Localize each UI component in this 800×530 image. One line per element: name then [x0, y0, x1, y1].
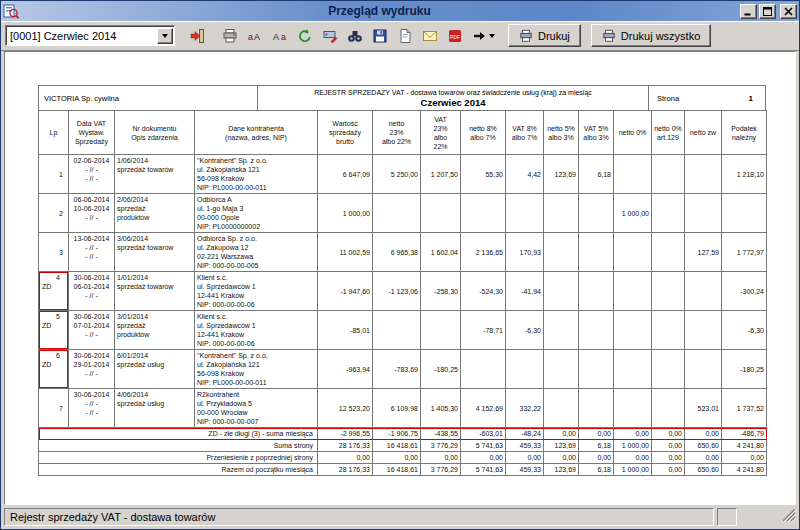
- export-dropdown-icon[interactable]: [489, 34, 495, 38]
- report-header-strip: VICTORIA Sp. cywilna REJESTR SPRZEDAŻY V…: [38, 85, 766, 111]
- value-cell: [652, 272, 685, 311]
- column-header: Dane kontrahenta (nazwa, adres, NIP): [195, 111, 318, 155]
- print-setup-icon[interactable]: [318, 25, 341, 47]
- report-page: VICTORIA Sp. cywilna REJESTR SPRZEDAŻY V…: [38, 85, 767, 476]
- summary-value: 0,00: [722, 452, 767, 464]
- maximize-button[interactable]: [759, 4, 776, 19]
- value-cell: [652, 194, 685, 233]
- pdf-icon[interactable]: PDF: [443, 25, 466, 47]
- value-cell: [652, 311, 685, 350]
- value-cell: -963,94: [318, 350, 373, 389]
- value-cell: 1 207,50: [421, 155, 461, 194]
- window-title: Przegląd wydruku: [21, 4, 738, 18]
- value-cell: [614, 272, 652, 311]
- value-cell: 1 737,52: [722, 389, 767, 428]
- value-cell: [461, 350, 506, 389]
- font-decrease-icon[interactable]: aA: [243, 25, 266, 47]
- column-header: netto 0% art.129: [652, 111, 685, 155]
- table-row: 5ZD30-06-2014 07-01-2014 - // -3/01/2014…: [39, 311, 767, 350]
- summary-value: 650,60: [685, 464, 722, 476]
- toolbar: [0001] Czerwiec 2014 aA Aa: [1, 21, 799, 51]
- save-icon[interactable]: [368, 25, 391, 47]
- value-cell: -1 123,06: [373, 272, 421, 311]
- status-text: Rejestr sprzedaży VAT - dostawa towarów: [4, 508, 714, 526]
- summary-value: 4 241,80: [722, 440, 767, 452]
- value-cell: [614, 233, 652, 272]
- contractor-cell: Odbiorca Sp. z o.o. ul. Zakupowa 12 02-2…: [195, 233, 318, 272]
- document-cell: 4/06/2014 sprzedaż usług: [115, 389, 195, 428]
- summary-value: 123,69: [544, 464, 579, 476]
- summary-row: Przeniesienie z poprzedniej strony0,000,…: [39, 452, 767, 464]
- print-preview-area[interactable]: VICTORIA Sp. cywilna REJESTR SPRZEDAŻY V…: [4, 51, 796, 505]
- lp-cell: 7: [39, 389, 69, 428]
- value-cell: [506, 194, 544, 233]
- contractor-cell: "Kontrahent" Sp. z o.o. ul. Zakopiańska …: [195, 155, 318, 194]
- summary-value: 0,00: [544, 452, 579, 464]
- value-cell: 127,59: [685, 233, 722, 272]
- lp-cell: 3: [39, 233, 69, 272]
- date-cell: 06-06-2014 10-06-2014 - // -: [69, 194, 115, 233]
- summary-value: 0,00: [373, 452, 421, 464]
- zd-label: ZD: [41, 282, 63, 291]
- column-header: Data VAT Wystaw. Sprzedaży: [69, 111, 115, 155]
- summary-value: 5 741,63: [461, 464, 506, 476]
- summary-value: -48,24: [506, 428, 544, 440]
- print-button[interactable]: Drukuj: [508, 24, 581, 47]
- value-cell: 55,30: [461, 155, 506, 194]
- minimize-button[interactable]: [740, 4, 757, 19]
- export-icon[interactable]: [468, 25, 498, 47]
- resize-grip[interactable]: [783, 508, 796, 526]
- value-cell: [544, 311, 579, 350]
- column-header: netto zw: [685, 111, 722, 155]
- contractor-cell: R2kontrahent ul. Przykładowa 5 00-000 Wr…: [195, 389, 318, 428]
- table-row: 313-06-2014 - // - - // -3/06/2014 sprze…: [39, 233, 767, 272]
- value-cell: [614, 155, 652, 194]
- print-all-button[interactable]: Drukuj wszystko: [591, 24, 711, 47]
- value-cell: [579, 272, 614, 311]
- value-cell: [579, 389, 614, 428]
- combo-dropdown-button[interactable]: [157, 28, 173, 44]
- document-cell: 3/01/2014 sprzedaż produktów: [115, 311, 195, 350]
- page-icon[interactable]: [393, 25, 416, 47]
- summary-value: 459,33: [506, 440, 544, 452]
- email-icon[interactable]: [418, 25, 441, 47]
- value-cell: [652, 155, 685, 194]
- summary-value: -2 996,55: [318, 428, 373, 440]
- value-cell: [421, 311, 461, 350]
- lp-cell: 2: [39, 194, 69, 233]
- value-cell: -41,94: [506, 272, 544, 311]
- value-cell: 1 218,10: [722, 155, 767, 194]
- summary-value: 28 176,33: [318, 464, 373, 476]
- value-cell: -1 947,60: [318, 272, 373, 311]
- date-cell: 30-06-2014 29-01-2014 - // -: [69, 350, 115, 389]
- svg-text:A: A: [273, 32, 279, 42]
- summary-value: 123,69: [544, 440, 579, 452]
- lp-cell: 5ZD: [39, 311, 69, 350]
- summary-row: ZD - złe długi (3) - suma miesiąca-2 996…: [39, 428, 767, 440]
- refresh-icon[interactable]: [293, 25, 316, 47]
- value-cell: 1 772,97: [722, 233, 767, 272]
- search-icon[interactable]: [343, 25, 366, 47]
- column-header: netto 23% albo 22%: [373, 111, 421, 155]
- statusbar: Rejestr sprzedaży VAT - dostawa towarów: [1, 505, 799, 529]
- close-button[interactable]: [780, 4, 797, 19]
- summary-value: 0,00: [652, 464, 685, 476]
- app-window: Przegląd wydruku [0001] Czerwiec 2014: [0, 0, 800, 530]
- value-cell: -300,24: [722, 272, 767, 311]
- value-cell: 1 602,04: [421, 233, 461, 272]
- titlebar[interactable]: Przegląd wydruku: [1, 1, 799, 21]
- zd-label: ZD: [41, 360, 63, 369]
- value-cell: [579, 350, 614, 389]
- summary-value: 0,00: [421, 452, 461, 464]
- report-selector[interactable]: [0001] Czerwiec 2014: [5, 25, 175, 46]
- value-cell: [685, 350, 722, 389]
- printer-icon[interactable]: [218, 25, 241, 47]
- summary-value: 459,33: [506, 464, 544, 476]
- value-cell: [579, 233, 614, 272]
- summary-value: 16 418,61: [373, 464, 421, 476]
- column-header: VAT 5% albo 3%: [579, 111, 614, 155]
- font-increase-icon[interactable]: Aa: [268, 25, 291, 47]
- close-preview-icon[interactable]: [185, 25, 208, 47]
- date-cell: 30-06-2014 06-01-2014 - // -: [69, 272, 115, 311]
- summary-row: Razem od początku miesiąca28 176,3316 41…: [39, 464, 767, 476]
